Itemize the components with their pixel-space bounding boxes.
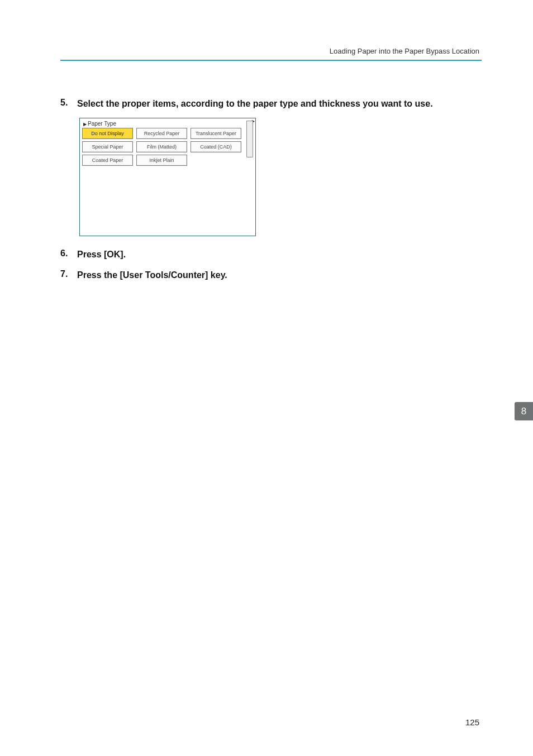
step-5: 5. Select the proper items, according to…	[60, 98, 482, 110]
page-number: 125	[465, 717, 479, 727]
step-text: Press [OK].	[77, 248, 126, 261]
paper-type-option-translucent[interactable]: Translucent Paper	[191, 128, 241, 139]
step-text: Press the [User Tools/Counter] key.	[77, 269, 227, 281]
step-text: Select the proper items, according to th…	[77, 98, 433, 110]
paper-type-option-inkjet-plain[interactable]: Inkjet Plain	[136, 155, 187, 166]
step-7: 7. Press the [User Tools/Counter] key.	[60, 269, 482, 281]
paper-type-option-recycled[interactable]: Recycled Paper	[136, 128, 187, 139]
step-6: 6. Press [OK].	[60, 248, 482, 261]
paper-type-option-coated-paper[interactable]: Coated Paper	[82, 155, 133, 166]
header-rule	[60, 60, 482, 61]
paper-type-option-coated-cad[interactable]: Coated (CAD)	[191, 141, 241, 152]
step-number: 7.	[60, 269, 73, 281]
paper-type-option-special[interactable]: Special Paper	[82, 141, 133, 152]
paper-type-screenshot: ▸ Paper Type Do not Display Recycled Pap…	[79, 118, 256, 236]
step-number: 5.	[60, 98, 73, 110]
paper-type-button-grid: Do not Display Recycled Paper Translucen…	[82, 128, 242, 166]
scrollbar[interactable]	[246, 121, 253, 157]
step-number: 6.	[60, 248, 73, 261]
paper-type-option-do-not-display[interactable]: Do not Display	[82, 128, 133, 139]
chapter-tab: 8	[515, 402, 533, 420]
running-header: Loading Paper into the Paper Bypass Loca…	[60, 47, 482, 55]
paper-type-option-film-matted[interactable]: Film (Matted)	[136, 141, 187, 152]
paper-type-title: Paper Type	[83, 121, 242, 127]
